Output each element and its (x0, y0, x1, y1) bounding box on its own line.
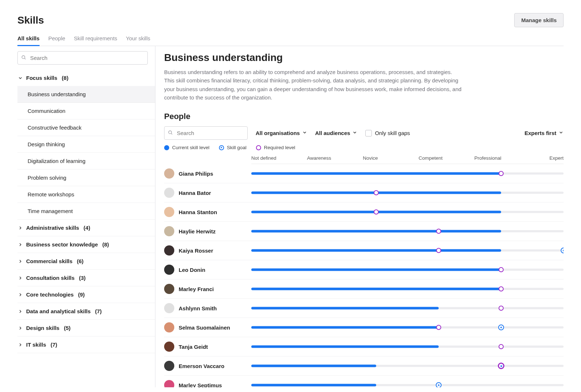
person-name: Giana Philips (179, 171, 213, 177)
skill-bar: ★ (251, 324, 564, 331)
legend-goal-label: Skill goal (227, 145, 247, 150)
tab-skill-requirements[interactable]: Skill requirements (74, 32, 117, 46)
person-row[interactable]: Hanna Stanton (164, 203, 564, 222)
org-filter-dropdown[interactable]: All organisations (256, 130, 307, 136)
person-row[interactable]: Kaiya Rosser★ (164, 241, 564, 260)
skill-item-design-thinking[interactable]: Design thinking (17, 136, 155, 153)
category-count: (9) (77, 291, 85, 298)
content-panel: Business understanding Business understa… (155, 46, 564, 387)
skill-item-constructive-feedback[interactable]: Constructive feedback (17, 119, 155, 136)
audience-filter-label: All audiences (315, 130, 350, 136)
page-title: Skills (17, 15, 44, 26)
avatar (164, 168, 174, 179)
category-count: (5) (62, 325, 71, 331)
category-consultation-skills[interactable]: Consultation skills (3) (17, 270, 155, 286)
category-commercial-skills[interactable]: Commercial skills (6) (17, 253, 155, 270)
skill-item-digitalization-of-learning[interactable]: Digitalization of learning (17, 153, 155, 170)
skill-item-remote-workshops[interactable]: Remote workshops (17, 186, 155, 203)
person-name: Haylie Herwitz (179, 228, 216, 234)
avatar (164, 303, 174, 313)
person-name: Tanja Geidt (179, 344, 208, 350)
required-level-marker (374, 190, 379, 195)
person-row[interactable]: Haylie Herwitz (164, 222, 564, 241)
sidebar-search-input[interactable] (17, 51, 148, 65)
category-count: (4) (82, 225, 90, 231)
skill-bar: ★ (251, 382, 564, 387)
chevron-down-icon (352, 130, 357, 136)
chevron-right-icon (17, 275, 23, 281)
person-row[interactable]: Marley Septimus★ (164, 376, 564, 387)
svg-line-1 (25, 58, 26, 59)
avatar (164, 188, 174, 198)
tabs: All skillsPeopleSkill requirementsYour s… (17, 32, 564, 46)
category-count: (7) (49, 342, 57, 348)
search-icon (21, 55, 26, 61)
level-header-competent: Competent (419, 155, 475, 161)
person-row[interactable]: Emerson Vaccaro★ (164, 356, 564, 376)
people-search-input[interactable] (164, 126, 248, 140)
tab-your-skills[interactable]: Your skills (126, 32, 150, 46)
skill-item-communication[interactable]: Communication (17, 103, 155, 119)
required-level-marker (499, 344, 504, 349)
person-row[interactable]: Leo Donin (164, 260, 564, 279)
person-row[interactable]: Marley Franci (164, 279, 564, 299)
chevron-right-icon (17, 259, 23, 264)
person-name: Marley Franci (179, 286, 214, 292)
category-focus-skills[interactable]: Focus skills (8) (17, 70, 155, 86)
category-data-and-analytical-skills[interactable]: Data and analytical skills (7) (17, 303, 155, 320)
person-name: Hanna Stanton (179, 209, 217, 215)
chevron-down-icon (558, 130, 564, 136)
sort-label: Experts first (524, 130, 556, 136)
current-level-bar (251, 307, 439, 310)
person-row[interactable]: Hanna Bator (164, 183, 564, 203)
skill-bar (251, 266, 564, 273)
skill-goal-icon (219, 145, 224, 150)
person-row[interactable]: Ashlynn Smith (164, 299, 564, 318)
legend-current-label: Current skill level (172, 145, 210, 150)
audience-filter-dropdown[interactable]: All audiences (315, 130, 358, 136)
level-header-awareness: Awareness (307, 155, 363, 161)
skill-item-time-management[interactable]: Time management (17, 203, 155, 220)
required-level-icon (256, 145, 261, 150)
chevron-right-icon (17, 292, 23, 297)
current-level-bar (251, 288, 501, 290)
category-label: Data and analytical skills (26, 308, 91, 314)
chevron-down-icon (302, 130, 307, 136)
category-business-sector-knowledge[interactable]: Business sector knowledge (8) (17, 236, 155, 253)
avatar (164, 284, 174, 294)
avatar (164, 207, 174, 217)
org-filter-label: All organisations (256, 130, 300, 136)
person-name: Ashlynn Smith (179, 305, 217, 311)
tab-people[interactable]: People (48, 32, 65, 46)
skill-bar: ★ (251, 363, 564, 369)
skill-item-business-understanding[interactable]: Business understanding (17, 86, 155, 103)
person-name: Emerson Vaccaro (179, 363, 224, 369)
legend-required-label: Required level (264, 145, 295, 150)
avatar (164, 361, 174, 371)
skill-description: Business understanding refers to an abil… (164, 68, 462, 102)
checkbox-box (365, 130, 372, 136)
skill-item-problem-solving[interactable]: Problem solving (17, 170, 155, 186)
skill-bar (251, 343, 564, 350)
tab-all-skills[interactable]: All skills (17, 32, 40, 46)
category-it-skills[interactable]: IT skills (7) (17, 336, 155, 353)
category-count: (8) (60, 75, 69, 81)
person-row[interactable]: Selma Suomalainen★ (164, 318, 564, 337)
category-label: Commercial skills (26, 258, 73, 264)
skill-gaps-checkbox[interactable]: Only skill gaps (365, 130, 410, 136)
required-level-marker (499, 286, 504, 291)
current-level-bar (251, 346, 439, 348)
person-row[interactable]: Tanja Geidt (164, 337, 564, 356)
svg-line-3 (171, 133, 172, 134)
person-row[interactable]: Giana Philips (164, 164, 564, 183)
skill-goal-marker: ★ (498, 324, 504, 330)
category-label: Design skills (26, 325, 60, 331)
skill-bar: ★ (251, 247, 564, 254)
category-administrative-skills[interactable]: Administrative skills (4) (17, 220, 155, 236)
sort-dropdown[interactable]: Experts first (524, 130, 564, 136)
required-level-marker (499, 306, 504, 311)
manage-skills-button[interactable]: Manage skills (514, 13, 564, 27)
category-design-skills[interactable]: Design skills (5) (17, 320, 155, 336)
category-count: (6) (76, 258, 84, 264)
category-core-technologies[interactable]: Core technologies (9) (17, 286, 155, 303)
